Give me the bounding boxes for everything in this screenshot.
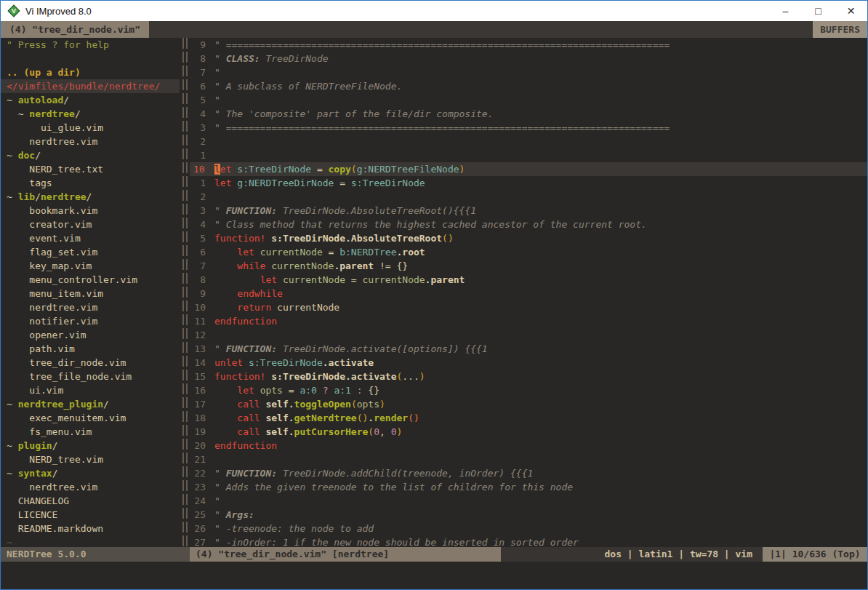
code-editor[interactable]: 9" =====================================…	[190, 38, 867, 547]
code-line[interactable]: 4" Class method that returns the highest…	[190, 218, 867, 231]
line-number: 9	[190, 287, 214, 300]
tree-item[interactable]: NERD_tree.vim	[1, 453, 180, 466]
line-number: 13	[190, 342, 214, 356]
tree-item[interactable]: event.vim	[1, 231, 180, 245]
buffers-label: BUFFERS	[813, 21, 867, 38]
code-line[interactable]: 23" Adds the given treenode to the list …	[190, 480, 867, 494]
tree-item[interactable]: menu_controller.vim	[1, 273, 180, 287]
code-line[interactable]: 10 return currentNode	[190, 300, 867, 314]
tree-item[interactable]: opener.vim	[1, 328, 180, 342]
tree-item[interactable]: exec_menuitem.vim	[1, 411, 180, 425]
line-number: 22	[190, 466, 214, 480]
tree-item[interactable]: creator.vim	[1, 218, 180, 231]
code-line[interactable]: 26" -treenode: the node to add	[190, 522, 867, 535]
maximize-button[interactable]: □	[802, 1, 835, 21]
code-line[interactable]: 6" A subclass of NERDTreeFileNode.	[190, 79, 867, 93]
tree-item[interactable]: key_map.vim	[1, 259, 180, 273]
tree-item[interactable]: path.vim	[1, 342, 180, 356]
tree-item[interactable]: NERD_tree.txt	[1, 162, 180, 176]
tree-item[interactable]: ~ plugin/	[1, 439, 180, 453]
tree-item[interactable]: bookmark.vim	[1, 204, 180, 218]
code-line[interactable]: 15function! s:TreeDirNode.activate(...)	[190, 370, 867, 383]
code-line[interactable]: 5function! s:TreeDirNode.AbsoluteTreeRoo…	[190, 231, 867, 245]
code-line[interactable]: 3" FUNCTION: TreeDirNode.AbsoluteTreeRoo…	[190, 204, 867, 218]
line-number: 19	[190, 425, 214, 439]
tree-item[interactable]: notifier.vim	[1, 314, 180, 328]
code-line[interactable]: 8" CLASS: TreeDirNode	[190, 52, 867, 65]
tree-item[interactable]: ~ nerdtree_plugin/	[1, 397, 180, 411]
tree-item[interactable]: ui_glue.vim	[1, 121, 180, 135]
tree-item[interactable]: ~ lib/nerdtree/	[1, 190, 180, 204]
tab-tree-dir-node[interactable]: (4) "tree_dir_node.vim"	[1, 21, 149, 38]
code-line[interactable]: 16 let opts = a:0 ? a:1 : {}	[190, 383, 867, 397]
line-number: 25	[190, 508, 214, 522]
code-line[interactable]: 14unlet s:TreeDirNode.activate	[190, 356, 867, 370]
minimize-button[interactable]: –	[769, 1, 802, 21]
code-line[interactable]: 3" =====================================…	[190, 121, 867, 135]
line-number: 24	[190, 494, 214, 508]
line-number: 11	[190, 314, 214, 328]
code-line[interactable]: 6 let currentNode = b:NERDTree.root	[190, 245, 867, 259]
tree-item[interactable]: ~ autoload/	[1, 93, 180, 107]
window-title: Vi IMproved 8.0	[25, 6, 92, 17]
code-line[interactable]: 9 endwhile	[190, 287, 867, 300]
line-number: 4	[190, 218, 214, 231]
tree-item[interactable]: ~ syntax/	[1, 466, 180, 480]
tree-item[interactable]: fs_menu.vim	[1, 425, 180, 439]
window-controls: – □ ✕	[769, 1, 867, 21]
code-line[interactable]: 27" -inOrder: 1 if the new node should b…	[190, 535, 867, 547]
code-line[interactable]: 24"	[190, 494, 867, 508]
line-number: 27	[190, 535, 214, 547]
code-line[interactable]: 1let g:NERDTreeDirNode = s:TreeDirNode	[190, 176, 867, 190]
code-line[interactable]: 1	[190, 148, 867, 162]
code-line[interactable]: 8 let currentNode = currentNode.parent	[190, 273, 867, 287]
code-line[interactable]: 4" The 'composite' part of the file/dir …	[190, 107, 867, 121]
code-line[interactable]: 13" FUNCTION: TreeDirNode.activate([opti…	[190, 342, 867, 356]
code-line[interactable]: 2	[190, 190, 867, 204]
code-line[interactable]: 12	[190, 328, 867, 342]
tree-item[interactable]: tags	[1, 176, 180, 190]
tree-item[interactable]: CHANGELOG	[1, 494, 180, 508]
tree-item[interactable]: </vimfiles/bundle/nerdtree/	[1, 79, 180, 93]
tree-item[interactable]: LICENCE	[1, 508, 180, 522]
code-line[interactable]: 17 call self.toggleOpen(opts)	[190, 397, 867, 411]
code-line[interactable]: 7 while currentNode.parent != {}	[190, 259, 867, 273]
tree-item[interactable]	[1, 52, 180, 65]
command-line[interactable]	[1, 562, 867, 589]
line-number: 21	[190, 453, 214, 466]
tree-item[interactable]: ~ nerdtree/	[1, 107, 180, 121]
tree-item[interactable]: nerdtree.vim	[1, 300, 180, 314]
code-line[interactable]: 11endfunction	[190, 314, 867, 328]
tree-item[interactable]: ui.vim	[1, 383, 180, 397]
tree-item[interactable]: nerdtree.vim	[1, 135, 180, 148]
code-line[interactable]: 25" Args:	[190, 508, 867, 522]
line-number: 8	[190, 52, 214, 65]
tree-item[interactable]: README.markdown	[1, 522, 180, 535]
code-line[interactable]: 18 call self.getNerdtree().render()	[190, 411, 867, 425]
tree-item[interactable]: tree_file_node.vim	[1, 370, 180, 383]
code-line[interactable]: 5"	[190, 93, 867, 107]
code-line[interactable]: 10let s:TreeDirNode = copy(g:NERDTreeFil…	[190, 162, 867, 176]
code-line[interactable]: 21	[190, 453, 867, 466]
tree-item[interactable]: ~	[1, 535, 180, 547]
file-status: (4) "tree_dir_node.vim" [nerdtree]	[190, 547, 501, 562]
close-button[interactable]: ✕	[835, 1, 867, 21]
line-number: 18	[190, 411, 214, 425]
code-line[interactable]: 20endfunction	[190, 439, 867, 453]
code-line[interactable]: 7"	[190, 65, 867, 79]
tree-item[interactable]: flag_set.vim	[1, 245, 180, 259]
code-line[interactable]: 22" FUNCTION: TreeDirNode.addChild(treen…	[190, 466, 867, 480]
nerdtree-panel[interactable]: " Press ? for help.. (up a dir)</vimfile…	[1, 38, 180, 547]
code-line[interactable]: 19 call self.putCursorHere(0, 0)	[190, 425, 867, 439]
tree-item[interactable]: ~ doc/	[1, 148, 180, 162]
code-line[interactable]: 9" =====================================…	[190, 38, 867, 52]
tree-item[interactable]: menu_item.vim	[1, 287, 180, 300]
svg-text:V: V	[12, 7, 17, 15]
tree-item[interactable]: tree_dir_node.vim	[1, 356, 180, 370]
tree-item[interactable]: nerdtree.vim	[1, 480, 180, 494]
tree-item[interactable]: " Press ? for help	[1, 38, 180, 52]
window-split-divider[interactable]	[180, 38, 190, 547]
line-number: 3	[190, 121, 214, 135]
tree-item[interactable]: .. (up a dir)	[1, 65, 180, 79]
code-line[interactable]: 2	[190, 135, 867, 148]
